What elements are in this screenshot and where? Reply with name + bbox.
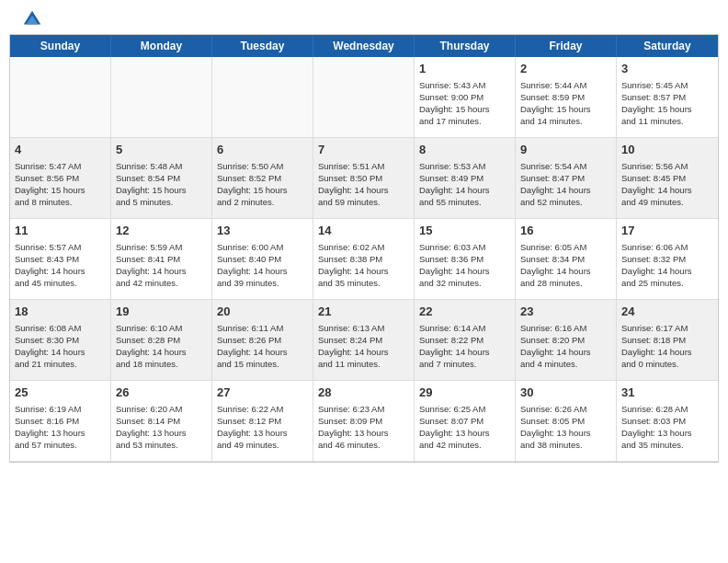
day-number: 3 [621, 61, 713, 77]
day-info: Sunrise: 5:48 AMSunset: 8:54 PMDaylight:… [116, 160, 207, 209]
day-info: Sunrise: 5:50 AMSunset: 8:52 PMDaylight:… [217, 160, 308, 209]
day-info: Sunrise: 5:43 AMSunset: 9:00 PMDaylight:… [419, 79, 510, 128]
calendar-cell: 24Sunrise: 6:17 AMSunset: 8:18 PMDayligh… [617, 300, 718, 381]
day-info: Sunrise: 6:00 AMSunset: 8:40 PMDaylight:… [217, 241, 308, 290]
day-info: Sunrise: 6:26 AMSunset: 8:05 PMDaylight:… [520, 403, 611, 452]
day-number: 17 [621, 223, 713, 239]
calendar-cell: 5Sunrise: 5:48 AMSunset: 8:54 PMDaylight… [111, 138, 212, 219]
day-number: 12 [116, 223, 207, 239]
day-info: Sunrise: 6:17 AMSunset: 8:18 PMDaylight:… [621, 322, 713, 371]
calendar-cell: 10Sunrise: 5:56 AMSunset: 8:45 PMDayligh… [617, 138, 718, 219]
calendar-cell: 31Sunrise: 6:28 AMSunset: 8:03 PMDayligh… [617, 381, 718, 462]
calendar-cell [10, 57, 111, 138]
day-number: 31 [621, 385, 713, 401]
calendar: SundayMondayTuesdayWednesdayThursdayFrid… [9, 34, 719, 463]
calendar-cell: 25Sunrise: 6:19 AMSunset: 8:16 PMDayligh… [10, 381, 111, 462]
day-info: Sunrise: 6:19 AMSunset: 8:16 PMDaylight:… [15, 403, 106, 452]
calendar-cell: 16Sunrise: 6:05 AMSunset: 8:34 PMDayligh… [516, 219, 617, 300]
day-number: 24 [621, 304, 713, 320]
day-number: 10 [621, 142, 713, 158]
day-info: Sunrise: 6:28 AMSunset: 8:03 PMDaylight:… [621, 403, 713, 452]
day-info: Sunrise: 6:25 AMSunset: 8:07 PMDaylight:… [419, 403, 510, 452]
logo-text [18, 9, 42, 29]
day-info: Sunrise: 5:57 AMSunset: 8:43 PMDaylight:… [15, 241, 106, 290]
day-number: 22 [419, 304, 510, 320]
calendar-cell: 28Sunrise: 6:23 AMSunset: 8:09 PMDayligh… [313, 381, 415, 462]
day-number: 19 [116, 304, 207, 320]
day-number: 25 [15, 385, 106, 401]
day-number: 30 [520, 385, 611, 401]
day-info: Sunrise: 5:47 AMSunset: 8:56 PMDaylight:… [15, 160, 106, 209]
day-info: Sunrise: 5:45 AMSunset: 8:57 PMDaylight:… [621, 79, 713, 128]
day-number: 13 [217, 223, 308, 239]
calendar-cell: 22Sunrise: 6:14 AMSunset: 8:22 PMDayligh… [415, 300, 516, 381]
calendar-cell: 4Sunrise: 5:47 AMSunset: 8:56 PMDaylight… [10, 138, 111, 219]
weekday-header: Sunday [10, 35, 111, 57]
weekday-header: Wednesday [313, 35, 415, 57]
logo-icon [22, 9, 42, 29]
calendar-cell: 30Sunrise: 6:26 AMSunset: 8:05 PMDayligh… [516, 381, 617, 462]
calendar-header: SundayMondayTuesdayWednesdayThursdayFrid… [10, 35, 718, 57]
page-header [0, 0, 728, 34]
day-number: 11 [15, 223, 106, 239]
day-number: 21 [318, 304, 409, 320]
day-info: Sunrise: 6:20 AMSunset: 8:14 PMDaylight:… [116, 403, 207, 452]
logo [18, 9, 42, 29]
calendar-cell: 14Sunrise: 6:02 AMSunset: 8:38 PMDayligh… [313, 219, 415, 300]
calendar-cell: 9Sunrise: 5:54 AMSunset: 8:47 PMDaylight… [516, 138, 617, 219]
calendar-cell: 27Sunrise: 6:22 AMSunset: 8:12 PMDayligh… [212, 381, 313, 462]
weekday-header: Saturday [617, 35, 718, 57]
day-number: 5 [116, 142, 207, 158]
day-number: 4 [15, 142, 106, 158]
day-info: Sunrise: 5:59 AMSunset: 8:41 PMDaylight:… [116, 241, 207, 290]
day-info: Sunrise: 5:54 AMSunset: 8:47 PMDaylight:… [520, 160, 611, 209]
weekday-header: Friday [516, 35, 617, 57]
weekday-header: Tuesday [212, 35, 313, 57]
day-number: 18 [15, 304, 106, 320]
calendar-cell: 17Sunrise: 6:06 AMSunset: 8:32 PMDayligh… [617, 219, 718, 300]
calendar-cell: 18Sunrise: 6:08 AMSunset: 8:30 PMDayligh… [10, 300, 111, 381]
day-info: Sunrise: 6:02 AMSunset: 8:38 PMDaylight:… [318, 241, 409, 290]
calendar-cell: 12Sunrise: 5:59 AMSunset: 8:41 PMDayligh… [111, 219, 212, 300]
calendar-cell: 15Sunrise: 6:03 AMSunset: 8:36 PMDayligh… [415, 219, 516, 300]
calendar-cell: 21Sunrise: 6:13 AMSunset: 8:24 PMDayligh… [313, 300, 415, 381]
calendar-cell: 20Sunrise: 6:11 AMSunset: 8:26 PMDayligh… [212, 300, 313, 381]
calendar-cell: 7Sunrise: 5:51 AMSunset: 8:50 PMDaylight… [313, 138, 415, 219]
calendar-cell: 3Sunrise: 5:45 AMSunset: 8:57 PMDaylight… [617, 57, 718, 138]
day-info: Sunrise: 6:06 AMSunset: 8:32 PMDaylight:… [621, 241, 713, 290]
day-info: Sunrise: 6:03 AMSunset: 8:36 PMDaylight:… [419, 241, 510, 290]
calendar-cell [313, 57, 415, 138]
calendar-cell: 1Sunrise: 5:43 AMSunset: 9:00 PMDaylight… [415, 57, 516, 138]
day-number: 1 [419, 61, 510, 77]
calendar-cell: 23Sunrise: 6:16 AMSunset: 8:20 PMDayligh… [516, 300, 617, 381]
day-info: Sunrise: 6:14 AMSunset: 8:22 PMDaylight:… [419, 322, 510, 371]
calendar-cell: 19Sunrise: 6:10 AMSunset: 8:28 PMDayligh… [111, 300, 212, 381]
calendar-cell: 2Sunrise: 5:44 AMSunset: 8:59 PMDaylight… [516, 57, 617, 138]
day-info: Sunrise: 5:44 AMSunset: 8:59 PMDaylight:… [520, 79, 611, 128]
calendar-cell: 8Sunrise: 5:53 AMSunset: 8:49 PMDaylight… [415, 138, 516, 219]
calendar-cell: 6Sunrise: 5:50 AMSunset: 8:52 PMDaylight… [212, 138, 313, 219]
day-info: Sunrise: 6:08 AMSunset: 8:30 PMDaylight:… [15, 322, 106, 371]
day-info: Sunrise: 6:23 AMSunset: 8:09 PMDaylight:… [318, 403, 409, 452]
day-number: 8 [419, 142, 510, 158]
page-container: SundayMondayTuesdayWednesdayThursdayFrid… [0, 0, 728, 463]
day-number: 7 [318, 142, 409, 158]
weekday-header: Monday [111, 35, 212, 57]
day-info: Sunrise: 6:10 AMSunset: 8:28 PMDaylight:… [116, 322, 207, 371]
day-number: 20 [217, 304, 308, 320]
calendar-cell: 29Sunrise: 6:25 AMSunset: 8:07 PMDayligh… [415, 381, 516, 462]
day-number: 2 [520, 61, 611, 77]
day-info: Sunrise: 5:56 AMSunset: 8:45 PMDaylight:… [621, 160, 713, 209]
calendar-grid: 1Sunrise: 5:43 AMSunset: 9:00 PMDaylight… [10, 57, 718, 462]
day-info: Sunrise: 6:16 AMSunset: 8:20 PMDaylight:… [520, 322, 611, 371]
calendar-cell [111, 57, 212, 138]
calendar-cell: 26Sunrise: 6:20 AMSunset: 8:14 PMDayligh… [111, 381, 212, 462]
day-info: Sunrise: 5:51 AMSunset: 8:50 PMDaylight:… [318, 160, 409, 209]
day-number: 16 [520, 223, 611, 239]
calendar-cell [212, 57, 313, 138]
calendar-cell: 11Sunrise: 5:57 AMSunset: 8:43 PMDayligh… [10, 219, 111, 300]
day-info: Sunrise: 6:13 AMSunset: 8:24 PMDaylight:… [318, 322, 409, 371]
day-number: 6 [217, 142, 308, 158]
day-number: 28 [318, 385, 409, 401]
day-info: Sunrise: 5:53 AMSunset: 8:49 PMDaylight:… [419, 160, 510, 209]
